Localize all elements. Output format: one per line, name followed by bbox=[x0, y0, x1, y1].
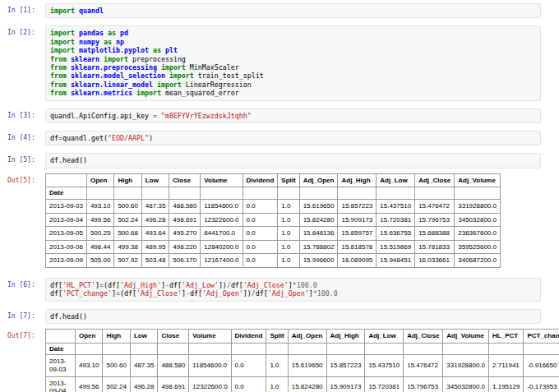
table-header-cell: Adj_Open bbox=[299, 173, 338, 187]
table-cell: 15.476472 bbox=[404, 355, 443, 376]
jupyter-notebook: In [1]: import quandl In [2]: import pan… bbox=[0, 0, 559, 392]
table-cell: 498.44 bbox=[86, 240, 113, 254]
code-cell[interactable]: df.head() bbox=[45, 309, 541, 324]
table-cell: 489.95 bbox=[141, 240, 169, 254]
table-row: 2013-09-05500.25500.68493.64495.27084417… bbox=[46, 227, 501, 241]
row-index-cell: 2013-09-04 bbox=[46, 376, 76, 392]
table-cell: 345032800.0 bbox=[455, 213, 501, 227]
table-cell bbox=[415, 187, 455, 200]
table-cell: 12322600.0 bbox=[201, 213, 243, 227]
code-line: import matplotlib.pyplot as plt bbox=[50, 46, 536, 54]
table-cell: 507.92 bbox=[114, 254, 141, 268]
code-cell[interactable]: df.head() bbox=[45, 153, 541, 168]
table-cell: 499.38 bbox=[114, 240, 141, 254]
table-cell: 15.909173 bbox=[326, 376, 365, 392]
code-cell[interactable]: import pandas as pdimport numpy as npimp… bbox=[45, 25, 541, 100]
table-cell: 500.60 bbox=[103, 355, 130, 376]
code-line: from sklearn import preprocessing bbox=[50, 55, 536, 63]
table-header-cell: Dividend bbox=[231, 330, 266, 344]
table-header-cell: High bbox=[103, 330, 130, 344]
table-cell: 0.0 bbox=[243, 227, 278, 241]
table-cell: 493.10 bbox=[76, 355, 103, 376]
table-cell: 16.089095 bbox=[338, 254, 377, 268]
row-index-cell: 2013-09-09 bbox=[46, 254, 87, 268]
code-cell[interactable]: import quandl bbox=[45, 3, 541, 18]
output-cell-row: Out[7]: OpenHighLowCloseVolumeDividendSp… bbox=[0, 329, 559, 392]
table-row: 2013-09-04499.56502.24496.28498.69112322… bbox=[46, 376, 559, 392]
table-cell: 15.720381 bbox=[377, 213, 415, 227]
table-cell: 331928800.0 bbox=[443, 355, 489, 376]
output-prompt: Out[7]: bbox=[0, 329, 45, 339]
table-cell: 1.0 bbox=[278, 254, 299, 268]
table-cell: 498.691 bbox=[169, 213, 201, 227]
table-cell: 15.948451 bbox=[377, 254, 415, 268]
table-cell bbox=[299, 187, 338, 200]
table-cell: 8441700.0 bbox=[201, 227, 243, 241]
table-cell: 12840200.0 bbox=[201, 240, 243, 254]
row-index-cell: 2013-09-06 bbox=[46, 240, 87, 254]
code-line: df['PCT_change']=(df['Adj_Close']-df['Ad… bbox=[50, 289, 536, 297]
table-row: 2013-09-03493.10500.60487.35488.58011854… bbox=[46, 200, 501, 214]
table-cell: 502.24 bbox=[114, 213, 141, 227]
table-cell: 1.0 bbox=[278, 213, 299, 227]
table-cell: 15.619650 bbox=[288, 355, 326, 376]
code-text: import pandas as pdimport numpy as npimp… bbox=[50, 29, 536, 97]
code-cell[interactable]: df=quandl.get("EOD/AAPL") bbox=[45, 131, 541, 145]
code-line: from sklearn.metrics import mean_squared… bbox=[50, 89, 536, 97]
code-text: df.head() bbox=[50, 312, 536, 321]
table-header-row: OpenHighLowCloseVolumeDividendSplitAdj_O… bbox=[46, 330, 559, 344]
table-cell: 500.60 bbox=[114, 200, 141, 214]
dataframe-output: OpenHighLowCloseVolumeDividendSplitAdj_O… bbox=[45, 329, 559, 392]
table-cell: 15.846136 bbox=[299, 227, 338, 241]
code-cell-row: In [3]: quandl.ApiConfig.api_key = "m8EF… bbox=[0, 108, 559, 123]
table-cell: 502.24 bbox=[103, 376, 130, 392]
code-cell-row: In [4]: df=quandl.get("EOD/AAPL") bbox=[0, 131, 559, 145]
code-cell[interactable]: quandl.ApiConfig.api_key = "m8EFYVrYEzwz… bbox=[45, 108, 541, 123]
table-cell bbox=[326, 343, 365, 355]
input-prompt: In [2]: bbox=[0, 25, 45, 36]
table-cell: 359525600.0 bbox=[455, 240, 501, 254]
code-line: df.head() bbox=[50, 156, 536, 164]
table-cell bbox=[288, 343, 326, 355]
table-cell: 488.580 bbox=[169, 200, 201, 214]
input-prompt: In [1]: bbox=[0, 3, 45, 14]
table-cell bbox=[338, 187, 377, 200]
table-cell: 500.25 bbox=[86, 227, 113, 241]
table-header-cell: Adj_Low bbox=[377, 173, 415, 187]
code-text: import quandl bbox=[50, 7, 536, 15]
table-cell bbox=[169, 187, 201, 200]
table-cell: 15.437510 bbox=[365, 355, 404, 376]
table-cell: 236367600.0 bbox=[455, 227, 501, 241]
table-cell: -0.173953 bbox=[524, 376, 559, 392]
table-header-cell: Adj_High bbox=[338, 173, 377, 187]
input-prompt: In [6]: bbox=[0, 278, 45, 288]
code-line: from sklearn.preprocessing import MinMax… bbox=[50, 63, 536, 71]
table-cell: 15.859757 bbox=[338, 227, 377, 241]
table-cell: 15.788802 bbox=[299, 240, 338, 254]
code-cell[interactable]: df['HL_PCT']=(df['Adj_High']-df['Adj_Low… bbox=[45, 278, 541, 302]
code-line: df=quandl.get("EOD/AAPL") bbox=[50, 134, 536, 142]
table-cell bbox=[231, 343, 266, 355]
dataframe-output: OpenHighLowCloseVolumeDividendSplitAdj_O… bbox=[45, 173, 559, 268]
output-prompt: Out[5]: bbox=[0, 173, 45, 184]
table-row: 2013-09-06498.44499.38489.95498.22012840… bbox=[46, 240, 501, 254]
row-index-cell: 2013-09-03 bbox=[46, 200, 87, 214]
table-header-cell: Adj_Close bbox=[415, 173, 455, 187]
table-cell: 493.64 bbox=[141, 227, 169, 241]
table-cell: 15.909173 bbox=[338, 213, 377, 227]
table-cell: 0.0 bbox=[231, 355, 266, 376]
table-header-cell: Open bbox=[86, 173, 113, 187]
table-cell bbox=[158, 343, 189, 355]
table-cell: 0.0 bbox=[243, 240, 278, 254]
table-cell: 2.711941 bbox=[489, 355, 524, 376]
table-cell: 15.996600 bbox=[299, 254, 338, 268]
table-cell: 505.00 bbox=[86, 254, 113, 268]
table-header-cell: Adj_High bbox=[326, 330, 365, 344]
table-cell: 1.0 bbox=[278, 200, 299, 214]
table-cell: 1.0 bbox=[278, 227, 299, 241]
index-name-cell: Date bbox=[46, 187, 87, 200]
row-index-cell: 2013-09-03 bbox=[46, 355, 76, 376]
table-header-cell: HL_PCT bbox=[489, 330, 524, 344]
table-cell bbox=[489, 343, 524, 355]
table-cell bbox=[189, 343, 231, 355]
